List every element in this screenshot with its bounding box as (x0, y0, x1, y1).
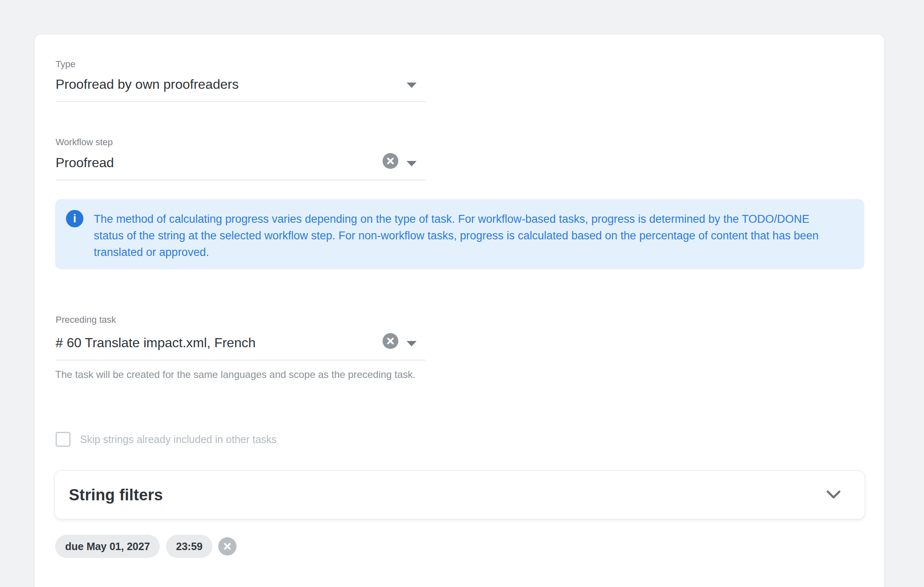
due-date-chip: due May 01, 2027 (55, 535, 160, 558)
string-filters-title: String filters (69, 486, 163, 504)
due-time-chip: 23:59 (166, 535, 212, 558)
workflow-step-label: Workflow step (56, 137, 113, 148)
info-note-text: The method of calculating progress varie… (94, 211, 819, 261)
remove-x-icon (223, 542, 232, 551)
type-select[interactable]: Proofread by own proofreaders (56, 76, 425, 95)
type-field-label: Type (56, 59, 76, 70)
preceding-task-underline (56, 360, 425, 360)
skip-strings-checkbox[interactable] (56, 432, 71, 447)
info-note-line: The method of calculating progress varie… (94, 211, 819, 227)
due-chips-row: due May 01, 2027 23:59 (55, 535, 236, 558)
task-form-card: Type Proofread by own proofreaders Workf… (34, 34, 885, 587)
workflow-step-clear-button[interactable] (383, 153, 398, 169)
preceding-task-select[interactable]: # 60 Translate impact.xml, French (56, 335, 425, 353)
preceding-task-help-text: The task will be created for the same la… (55, 367, 416, 382)
caret-down-icon (407, 341, 417, 346)
type-field-underline (56, 101, 425, 102)
clear-x-icon (386, 337, 395, 345)
skip-strings-checkbox-label[interactable]: Skip strings already included in other t… (80, 434, 277, 446)
workflow-step-value: Proofread (56, 155, 114, 170)
string-filters-panel-header[interactable]: String filters (54, 470, 865, 519)
preceding-task-label: Preceding task (56, 314, 116, 325)
preceding-task-clear-button[interactable] (383, 333, 398, 349)
progress-info-note: i The method of calculating progress var… (55, 199, 864, 269)
workflow-step-select[interactable]: Proofread (56, 155, 425, 173)
caret-down-icon (407, 83, 417, 88)
info-note-line: status of the string at the selected wor… (94, 227, 819, 244)
preceding-task-value: # 60 Translate impact.xml, French (56, 335, 256, 350)
caret-down-icon (407, 161, 417, 166)
chevron-down-icon (826, 490, 841, 499)
page-background: Type Proofread by own proofreaders Workf… (0, 0, 924, 587)
workflow-step-underline (56, 180, 425, 180)
info-note-line: translated or approved. (94, 244, 819, 261)
type-select-value: Proofread by own proofreaders (56, 77, 239, 92)
clear-x-icon (386, 157, 395, 165)
remove-due-date-button[interactable] (218, 537, 236, 555)
info-icon: i (66, 210, 83, 227)
